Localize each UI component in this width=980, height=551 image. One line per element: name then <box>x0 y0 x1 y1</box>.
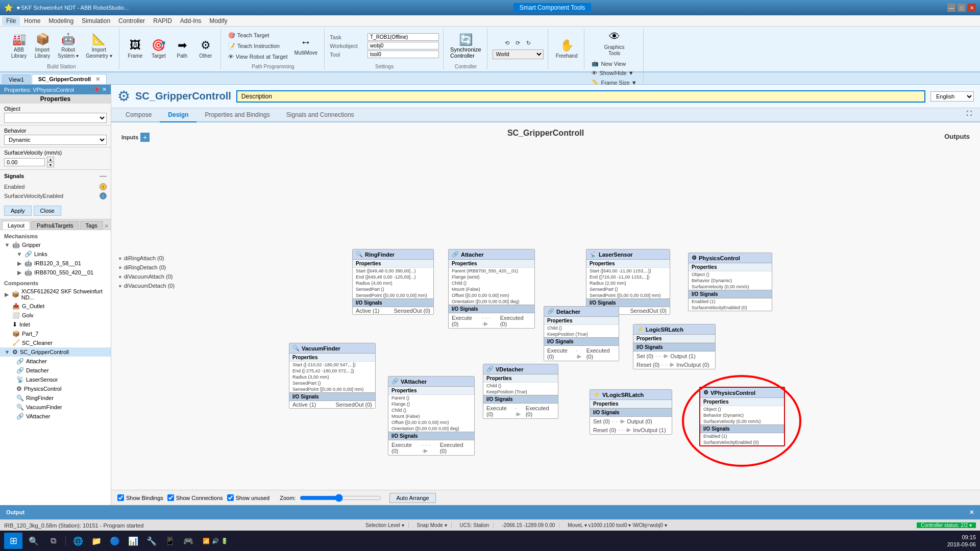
tool-select[interactable]: tool0 <box>368 51 439 58</box>
status-selection-level[interactable]: Selection Level ▾ <box>361 522 409 528</box>
sc-description-input[interactable] <box>236 90 925 103</box>
vacuumfinder-box[interactable]: 🔍 VacuumFinder Properties Start ([-210,0… <box>289 343 376 409</box>
menu-controller[interactable]: Controller <box>114 16 149 26</box>
menu-modeling[interactable]: Modeling <box>44 16 78 26</box>
tree-component-sccleaner[interactable]: 🧹 SC_Cleaner <box>0 338 111 347</box>
target-button[interactable]: 🎯 Target <box>148 37 169 61</box>
velocity-up-button[interactable]: ▲ <box>47 157 54 162</box>
taskbar-app3-icon[interactable]: 📱 <box>162 533 178 549</box>
surface-velocity-input[interactable] <box>4 158 45 166</box>
tab-paths-targets[interactable]: Paths&Targets <box>31 221 79 230</box>
maximize-button[interactable]: □ <box>958 4 966 12</box>
menu-modify[interactable]: Modify <box>205 16 231 26</box>
show-bindings-checkbox[interactable] <box>117 494 124 501</box>
logicsrlatch-box[interactable]: ⚡ LogicSRLatch Properties I/O Signals Se… <box>633 324 716 369</box>
tree-item-links[interactable]: ▼ 🔗 Links <box>0 249 111 259</box>
abb-library-button[interactable]: 🏭 ABBLibrary <box>8 31 30 61</box>
vphysicscontrol-box[interactable]: ⚙ VPhysicsControl Properties Object () B… <box>699 387 785 446</box>
irb120-expand-icon[interactable]: ▶ <box>16 260 22 267</box>
properties-close-button[interactable]: Close <box>34 206 61 216</box>
taskbar-chrome-icon[interactable]: 🔵 <box>107 533 123 549</box>
tab-compose[interactable]: Compose <box>117 108 160 122</box>
tree-component-ringfinder[interactable]: 🔍 RingFinder <box>0 393 111 403</box>
menu-simulation[interactable]: Simulation <box>78 16 114 26</box>
minimize-button[interactable]: — <box>947 4 955 12</box>
tree-item-irb8700[interactable]: ▶ 🤖 IRB8700_550_420__01 <box>0 268 111 277</box>
tree-component-inlet[interactable]: ⬇ Inlet <box>0 320 111 329</box>
taskbar-ie-icon[interactable]: 🌐 <box>70 533 86 549</box>
behavior-select[interactable]: Dynamic <box>4 135 107 145</box>
physicscontrol-box[interactable]: ⚙ PhysicsControl Properties Object () Be… <box>688 253 772 311</box>
jog3-button[interactable]: ↻ <box>524 39 533 47</box>
world-select[interactable]: World <box>493 49 544 59</box>
taskbar-search-icon[interactable]: 🔍 <box>24 533 43 549</box>
tray-battery-icon[interactable]: 🔋 <box>221 538 228 544</box>
graphics-tools-button[interactable]: 👁 GraphicsTools <box>590 29 639 58</box>
import-library-button[interactable]: 📦 ImportLibrary <box>32 31 53 61</box>
show-unused-checkbox-label[interactable]: Show unused <box>227 494 270 501</box>
tab-close-icon[interactable]: ✕ <box>95 76 100 82</box>
irb8700-expand-icon[interactable]: ▶ <box>16 269 22 276</box>
show-hide-button[interactable]: 👁 Show/Hide ▼ <box>590 69 639 77</box>
output-close-icon[interactable]: ✕ <box>969 509 974 516</box>
new-view-button[interactable]: 📺 New View <box>590 59 639 68</box>
jog1-button[interactable]: ⟲ <box>503 39 511 47</box>
teach-target-button[interactable]: 🎯 Teach Target <box>226 31 290 40</box>
properties-pin-icon[interactable]: 📌 <box>93 86 100 93</box>
taskbar-clock[interactable]: 09:15 2018-09-06 <box>947 534 976 548</box>
taskbar-app1-icon[interactable]: 📊 <box>125 533 141 549</box>
object-select[interactable] <box>4 113 107 123</box>
signals-collapse-icon[interactable]: — <box>100 172 107 180</box>
velocity-down-button[interactable]: ▼ <box>47 162 54 167</box>
vlogicsrlatch-box[interactable]: ⚡ VLogicSRLatch Properties I/O Signals S… <box>590 389 672 435</box>
taskbar-app4-icon[interactable]: 🎮 <box>180 533 197 549</box>
detacher-box[interactable]: 🔗 Detacher Properties Child () KeepPosit… <box>544 306 619 361</box>
fullscreen-icon[interactable]: ⛶ <box>964 108 974 121</box>
tab-design[interactable]: Design <box>160 108 197 122</box>
tree-component-part7[interactable]: 📦 Part_7 <box>0 329 111 338</box>
tree-component-vattacher[interactable]: 🔗 VAttacher <box>0 412 111 421</box>
show-connections-checkbox[interactable] <box>167 494 174 501</box>
tab-sc-gripper[interactable]: SC_GripperControll ✕ <box>32 74 107 84</box>
menu-file[interactable]: File <box>2 16 20 26</box>
multimove-button[interactable]: ↔ MultiMove <box>292 34 321 58</box>
links-expand-icon[interactable]: ▼ <box>16 251 22 257</box>
tree-item-gripper[interactable]: ▼ 🤖 Gripper <box>0 240 111 249</box>
synchronize-button[interactable]: 🔄 SynchronizeController <box>449 32 483 60</box>
start-button[interactable]: ⊞ <box>4 533 22 549</box>
tree-component-golv[interactable]: ⬜ Golv <box>0 311 111 320</box>
task-select[interactable]: T_ROB1(Offline) <box>368 33 439 41</box>
frame-button[interactable]: 🖼 Frame <box>125 37 146 61</box>
tree-item-irb120[interactable]: ▶ 🤖 IRB120_3_58__01 <box>0 259 111 268</box>
other-button[interactable]: ⚙ Other <box>195 37 216 61</box>
view-robot-button[interactable]: 👁 View Robot at Target <box>226 53 290 61</box>
tab-tags[interactable]: Tags <box>80 221 103 230</box>
show-bindings-checkbox-label[interactable]: Show Bindings <box>117 494 163 501</box>
teach-instruction-button[interactable]: 📝 Teach Instruction <box>226 42 290 51</box>
menu-rapid[interactable]: RAPID <box>149 16 176 26</box>
tab-signals-connections[interactable]: Signals and Connections <box>278 108 362 122</box>
vdetacher-box[interactable]: 🔗 VDetacher Properties Child () KeepPosi… <box>483 364 558 419</box>
show-connections-checkbox-label[interactable]: Show Connections <box>167 494 223 501</box>
taskbar-folder-icon[interactable]: 📁 <box>88 533 105 549</box>
menu-home[interactable]: Home <box>20 16 44 26</box>
import-geometry-button[interactable]: 📐 ImportGeometry ▾ <box>83 31 115 61</box>
taskbar-task-view[interactable]: ⧉ <box>45 533 61 549</box>
tab-layout[interactable]: Layout <box>2 221 30 230</box>
add-input-button[interactable]: + <box>140 133 150 142</box>
lasersensor-box[interactable]: 📡 LaserSensor Properties Start ([640,00 … <box>586 249 670 315</box>
taskbar-app2-icon[interactable]: 🔧 <box>143 533 160 549</box>
tree-component-goutlet[interactable]: 📤 G_Outlet <box>0 302 111 311</box>
attacher-box[interactable]: 🔗 Attacher Properties Parent (IRB8700_55… <box>448 249 535 329</box>
close-button[interactable]: ✕ <box>968 4 976 12</box>
tree-component-skf[interactable]: ▶ 📦 X\C5F6126242 SKF Schweinfurt ND... <box>0 287 111 302</box>
robot-system-button[interactable]: 🤖 RobotSystem ▾ <box>55 31 81 61</box>
tree-component-physics[interactable]: ⚙ PhysicsControl <box>0 384 111 393</box>
show-unused-checkbox[interactable] <box>227 494 234 501</box>
apply-button[interactable]: Apply <box>4 206 32 216</box>
menu-addins[interactable]: Add-Ins <box>176 16 205 26</box>
language-select[interactable]: English <box>930 91 974 102</box>
workobject-select[interactable]: wobj0 <box>368 42 439 49</box>
tree-component-attacher[interactable]: 🔗 Attacher <box>0 357 111 366</box>
zoom-slider[interactable] <box>300 494 381 502</box>
